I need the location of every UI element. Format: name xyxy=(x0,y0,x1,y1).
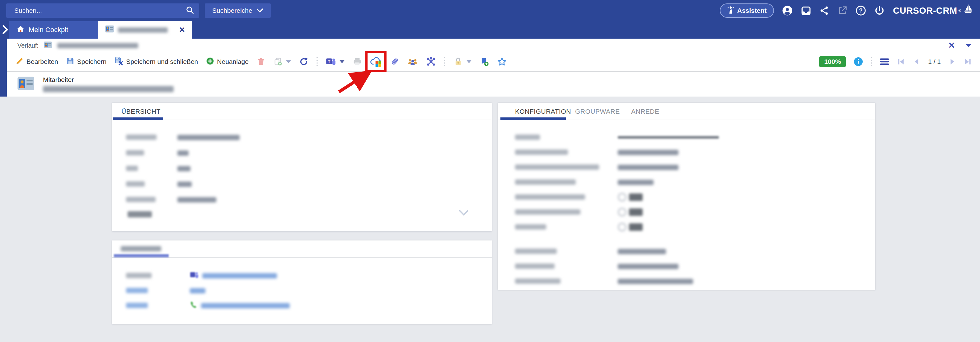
value-redacted xyxy=(177,150,189,156)
collapsed-sidebar-strip[interactable] xyxy=(0,38,7,97)
ms-teams-icon[interactable] xyxy=(190,271,199,280)
lock-icon[interactable] xyxy=(453,57,463,66)
power-icon[interactable] xyxy=(874,5,885,16)
field-row xyxy=(498,261,875,272)
contact-card-icon xyxy=(105,25,114,35)
floppy-icon xyxy=(66,57,75,67)
toolbar-separator xyxy=(317,57,318,66)
help-icon[interactable]: ? xyxy=(856,5,866,16)
participants-icon[interactable] xyxy=(407,57,418,66)
value-redacted xyxy=(618,150,678,155)
entity-name-redacted xyxy=(43,86,173,92)
speichern-button[interactable]: Speichern xyxy=(66,57,107,67)
value-redacted xyxy=(177,197,216,203)
field-row-email xyxy=(112,270,492,281)
value-redacted[interactable] xyxy=(190,288,205,293)
assistent-label: Assistent xyxy=(737,7,767,14)
active-tab-underline xyxy=(114,254,169,257)
uebersicht-card: ÜBERSICHT xyxy=(112,103,492,231)
favorite-star-icon[interactable] xyxy=(497,57,507,67)
value-redacted xyxy=(618,279,693,284)
teams-caret-icon[interactable] xyxy=(339,60,345,63)
next-page-icon xyxy=(948,58,956,66)
caret-down-icon[interactable] xyxy=(966,44,971,47)
relations-network-icon[interactable] xyxy=(426,57,436,67)
lighthouse-icon xyxy=(727,6,734,16)
floppy-close-icon xyxy=(115,57,123,67)
bookmark-plus-icon[interactable] xyxy=(480,57,489,66)
cloud-microsoft365-icon[interactable] xyxy=(370,56,382,67)
copy-caret-icon[interactable] xyxy=(286,60,291,63)
value-redacted xyxy=(618,264,678,269)
bearbeiten-button[interactable]: Bearbeiten xyxy=(16,57,58,67)
app-window: Suchbereiche Assistent xyxy=(0,0,980,342)
tab-konfiguration[interactable]: KONFIGURATION xyxy=(515,108,571,115)
contact-data-card xyxy=(112,240,492,324)
tab-mein-cockpit[interactable]: Mein Cockpit xyxy=(10,21,98,38)
tab-bar: Mein Cockpit ✕ xyxy=(0,21,980,38)
contact-card-icon-large xyxy=(17,76,35,93)
close-icon[interactable]: ✕ xyxy=(948,42,955,50)
toggle-switch[interactable] xyxy=(618,223,643,232)
info-icon[interactable] xyxy=(853,57,863,67)
brand-logo: CURSOR-CRM® xyxy=(893,4,973,18)
plus-circle-icon xyxy=(206,57,214,67)
global-search-box[interactable] xyxy=(6,3,199,18)
value-redacted xyxy=(618,180,654,185)
tab-record-active[interactable]: ✕ xyxy=(98,21,192,38)
inbox-icon[interactable] xyxy=(801,5,811,16)
field-row-toggle xyxy=(498,222,875,232)
tab-close-icon[interactable]: ✕ xyxy=(179,26,185,34)
field-row xyxy=(112,285,492,296)
phone-icon[interactable] xyxy=(190,301,197,310)
tab-groupware[interactable]: GROUPWARE xyxy=(575,108,620,115)
zoom-badge[interactable]: 100% xyxy=(819,56,846,67)
page-indicator: 1 / 1 xyxy=(928,58,941,66)
lock-caret-icon[interactable] xyxy=(466,60,471,63)
field-row xyxy=(112,132,492,143)
prev-page-icon xyxy=(912,58,921,66)
tab-label-redacted[interactable] xyxy=(121,246,161,251)
toolbar-separator xyxy=(871,57,872,66)
share-icon[interactable] xyxy=(819,6,829,16)
field-row xyxy=(112,179,492,189)
external-link-icon xyxy=(837,6,848,16)
speichern-schliessen-label: Speichern und schließen xyxy=(126,58,198,66)
contact-card-icon xyxy=(44,41,52,50)
topbar-actions: Assistent ? CURSOR-CRM® xyxy=(720,0,973,21)
field-row xyxy=(498,246,875,257)
field-row-toggle xyxy=(498,207,875,217)
neuanlage-label: Neuanlage xyxy=(217,58,249,66)
phone-link-redacted[interactable] xyxy=(201,303,290,308)
email-link-redacted[interactable] xyxy=(202,273,277,278)
menu-hamburger-icon[interactable] xyxy=(880,58,889,66)
speichern-schliessen-button[interactable]: Speichern und schließen xyxy=(115,57,198,67)
verlauf-entry-redacted[interactable] xyxy=(57,43,138,48)
refresh-icon[interactable] xyxy=(299,57,309,66)
field-row-phone xyxy=(112,300,492,311)
uebersicht-tabs: ÜBERSICHT xyxy=(112,103,492,120)
suchbereiche-label: Suchbereiche xyxy=(212,7,252,14)
paperclip-icon[interactable] xyxy=(390,57,399,66)
verlauf-bar: Verlauf: ✕ xyxy=(0,38,980,52)
contact-card-tabs xyxy=(112,240,492,258)
account-icon[interactable] xyxy=(782,5,793,16)
field-row xyxy=(498,276,875,286)
brand-text: CURSOR-CRM xyxy=(893,6,957,16)
chevron-right-icon[interactable] xyxy=(1,25,10,35)
tab-anrede[interactable]: ANREDE xyxy=(631,108,659,115)
chevron-down-icon xyxy=(256,7,263,14)
toggle-switch[interactable] xyxy=(618,193,643,201)
value-redacted xyxy=(177,135,240,140)
neuanlage-button[interactable]: Neuanlage xyxy=(206,57,249,67)
ms-teams-icon[interactable]: T xyxy=(326,57,336,66)
search-icon[interactable] xyxy=(186,6,194,16)
field-row xyxy=(498,177,875,187)
search-input[interactable] xyxy=(14,7,186,14)
sailboat-icon xyxy=(963,4,973,18)
tab-uebersicht[interactable]: ÜBERSICHT xyxy=(121,108,161,115)
suchbereiche-button[interactable]: Suchbereiche xyxy=(205,3,271,18)
assistent-button[interactable]: Assistent xyxy=(720,3,774,18)
details-expand-chevron-icon[interactable] xyxy=(459,210,468,216)
toggle-switch[interactable] xyxy=(618,208,643,216)
